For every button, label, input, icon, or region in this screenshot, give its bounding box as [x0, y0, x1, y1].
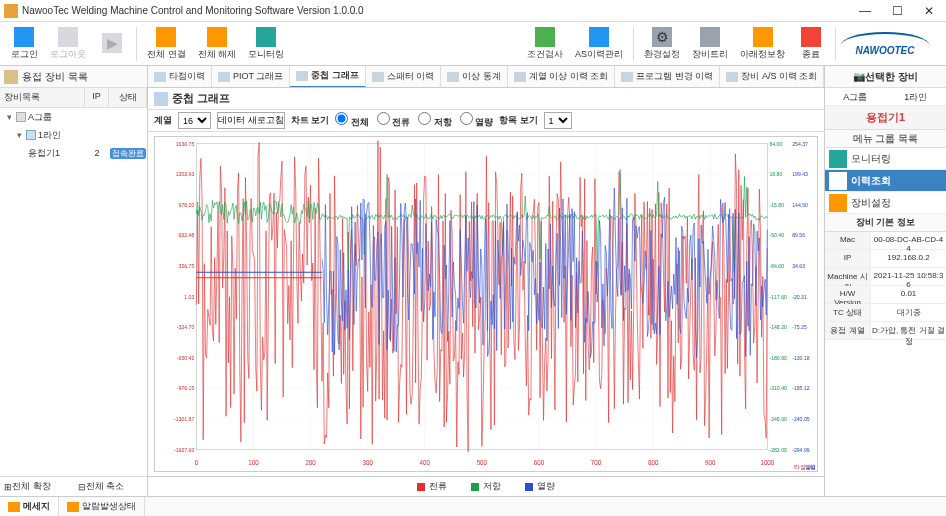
info-time: Machine 시간2021-11-25 10:58:36: [825, 268, 946, 286]
menu-history[interactable]: 이력조회: [825, 170, 946, 192]
exit-button[interactable]: 종료: [791, 25, 831, 63]
login-button[interactable]: 로그인: [4, 25, 44, 63]
tree-device-row[interactable]: 용접기1 2 접속완료: [0, 144, 147, 162]
tab-piot-graph[interactable]: PIOT 그래프: [212, 66, 290, 87]
window-maximize-button[interactable]: ☐: [888, 4, 906, 18]
svg-text:-294.99: -294.99: [792, 447, 810, 453]
svg-text:-130.18: -130.18: [792, 355, 810, 361]
equipment-list-panel: 용접 장비 목록 장비목록 IP 상태 ▾ A그룹 ▾ 1라인: [0, 66, 148, 496]
monitoring-button[interactable]: 모니터링: [242, 25, 290, 63]
menu-eq-settings[interactable]: 장비설정: [825, 192, 946, 214]
series-select[interactable]: 16: [178, 112, 211, 129]
tab-eq-as-history[interactable]: 장비 A/S 이력 조회: [720, 66, 824, 87]
bottom-tabs: 메세지 알람발생상태: [0, 496, 946, 516]
tab-series-anomaly[interactable]: 계열 이상 이력 조회: [508, 66, 616, 87]
chart-svg: 01002003004005006007008009001000-1627.60…: [155, 137, 817, 471]
env-settings-button[interactable]: ⚙ 환경설정: [638, 25, 686, 63]
workspace-tabs: 타점이력 PIOT 그래프 중첩 그래프 스패터 이력 이상 통계 계열 이상 …: [148, 66, 824, 88]
item-select[interactable]: 1: [544, 112, 572, 129]
info-weld-series: 용접 계열D:가압, 통전 거절 결정: [825, 322, 946, 340]
info-tc-state: TC 상태대기중: [825, 304, 946, 322]
svg-text:800: 800: [648, 458, 659, 465]
bottom-tab-message[interactable]: 메세지: [0, 497, 59, 516]
svg-text:200: 200: [305, 458, 316, 465]
tab-icon: [514, 72, 526, 82]
tab-spatter-history[interactable]: 스패터 이력: [366, 66, 442, 87]
svg-text:199.43: 199.43: [792, 171, 808, 177]
tree-group-row[interactable]: ▾ A그룹: [0, 108, 147, 126]
svg-text:84.00: 84.00: [769, 141, 782, 147]
main-toolbar: 로그인 로그아웃 ▶ 전체 연결 전체 해제 모니터링 조건검사 AS이력관리 …: [0, 22, 946, 66]
window-close-button[interactable]: ✕: [920, 4, 938, 18]
connect-icon: [156, 27, 176, 47]
legend-resist: 저항: [471, 480, 501, 493]
svg-text:700: 700: [591, 458, 602, 465]
radio-resist[interactable]: 저항: [418, 112, 452, 129]
menu-monitoring[interactable]: 모니터링: [825, 148, 946, 170]
svg-text:-148.20: -148.20: [769, 324, 787, 330]
connect-all-button[interactable]: 전체 연결: [141, 25, 192, 63]
window-title: NawooTec Welding Machine Control and Mon…: [22, 5, 856, 16]
window-minimize-button[interactable]: —: [856, 4, 874, 18]
item-label: 항목 보기: [499, 114, 538, 127]
info-ip: IP192.168.0.2: [825, 250, 946, 268]
legend-current: 전류: [417, 480, 447, 493]
line-icon: [26, 130, 36, 140]
disconnect-all-button[interactable]: 전체 해제: [192, 25, 243, 63]
monitor-icon: [829, 150, 847, 168]
svg-text:326.75: 326.75: [179, 263, 195, 269]
tab-icon: [621, 72, 633, 82]
expander-icon[interactable]: ▾: [4, 112, 14, 122]
device-icon: 📷: [853, 71, 865, 82]
svg-text:1.03: 1.03: [184, 294, 194, 300]
chart-area[interactable]: 01002003004005006007008009001000-1627.60…: [154, 136, 818, 472]
as-history-button[interactable]: AS이력관리: [569, 25, 629, 63]
tab-program-change[interactable]: 프로그램 변경 이력: [615, 66, 720, 87]
radio-all[interactable]: 전체: [335, 112, 369, 129]
svg-text:978.20: 978.20: [179, 202, 195, 208]
history-icon: [589, 27, 609, 47]
settings-icon: [829, 194, 847, 212]
collapse-all-button[interactable]: ⊟ 전체 축소: [74, 480, 148, 493]
exit-icon: [801, 27, 821, 47]
svg-text:900: 900: [705, 458, 716, 465]
tab-icon: [218, 72, 230, 82]
svg-text:-84.00: -84.00: [769, 263, 784, 269]
svg-text:-1301.87: -1301.87: [174, 416, 194, 422]
radio-current[interactable]: 전류: [377, 112, 411, 129]
svg-text:-282.00: -282.00: [769, 447, 787, 453]
selected-group: A그룹: [825, 88, 886, 105]
bottom-tab-alarm[interactable]: 알람발생상태: [59, 497, 145, 516]
gear-icon: ⚙: [652, 27, 672, 47]
svg-text:-117.60: -117.60: [769, 294, 787, 300]
tab-icon: [372, 72, 384, 82]
tab-icon: [154, 72, 166, 82]
tab-spot-history[interactable]: 타점이력: [148, 66, 212, 87]
svg-text:-180.80: -180.80: [769, 355, 787, 361]
refresh-button[interactable]: 데이터 새로고침: [217, 112, 285, 129]
svg-text:-976.15: -976.15: [177, 385, 195, 391]
tab-anomaly-stats[interactable]: 이상 통계: [441, 66, 508, 87]
svg-text:1303.93: 1303.93: [176, 171, 195, 177]
svg-text:89.56: 89.56: [792, 232, 805, 238]
condition-check-button[interactable]: 조건검사: [521, 25, 569, 63]
logout-icon: [58, 27, 78, 47]
radio-heat[interactable]: 열량: [460, 112, 494, 129]
error-store-button[interactable]: 아래정보창: [734, 25, 791, 63]
monitor-icon: [256, 27, 276, 47]
selected-equipment-header: 📷 선택한 장비: [825, 66, 946, 88]
window-titlebar: NawooTec Welding Machine Control and Mon…: [0, 0, 946, 22]
svg-text:34.63: 34.63: [792, 263, 805, 269]
expander-icon[interactable]: ▾: [14, 130, 24, 140]
tree-line-row[interactable]: ▾ 1라인: [0, 126, 147, 144]
svg-text:-50.40: -50.40: [769, 232, 784, 238]
equipment-tree-button[interactable]: 장비트리: [686, 25, 734, 63]
tab-overlap-graph[interactable]: 중첩 그래프: [290, 66, 366, 88]
tree-header: 장비목록 IP 상태: [0, 88, 147, 108]
expand-all-button[interactable]: ⊞ 전체 확장: [0, 480, 74, 493]
play-button[interactable]: ▶: [92, 31, 132, 56]
svg-text:-248.00: -248.00: [769, 416, 787, 422]
logout-button[interactable]: 로그아웃: [44, 25, 92, 63]
svg-text:1000: 1000: [760, 458, 774, 465]
equipment-tree[interactable]: ▾ A그룹 ▾ 1라인 용접기1 2 접속완료: [0, 108, 147, 476]
